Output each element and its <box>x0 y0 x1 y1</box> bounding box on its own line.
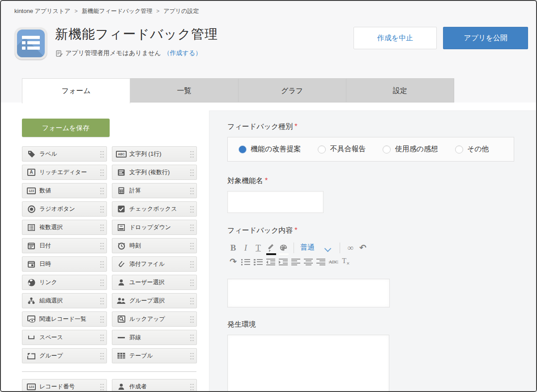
palette-item-チェックボックス[interactable]: チェックボックス <box>112 201 197 217</box>
tab-フォーム[interactable]: フォーム <box>22 78 130 103</box>
redo-icon[interactable]: ↷ <box>227 256 239 268</box>
text-single-icon: ABC <box>116 151 127 158</box>
palette-item-ラジオボタン[interactable]: ラジオボタン <box>22 201 107 217</box>
palette-item-罫線[interactable]: 罫線 <box>112 330 197 345</box>
palette-item-文字列 (複数行)[interactable]: 文字列 (複数行) <box>112 165 197 180</box>
palette-item-関連レコード一覧[interactable]: 関連レコード一覧 <box>22 311 107 327</box>
insert-link-icon[interactable]: ∞ <box>345 242 356 254</box>
drag-handle-icon[interactable] <box>190 334 195 342</box>
breadcrumb-item[interactable]: 新機能フィードバック管理 <box>81 8 152 14</box>
radio-option-その他[interactable]: その他 <box>455 145 489 154</box>
breadcrumb-item[interactable]: kintone アプリストア <box>14 8 70 14</box>
drag-handle-icon[interactable] <box>190 187 195 195</box>
strikethrough-icon[interactable]: ABC <box>328 256 339 268</box>
palette-item-スペース[interactable]: スペース <box>22 330 107 345</box>
palette-item-ラベル[interactable]: ラベル <box>22 146 107 162</box>
align-left-icon[interactable] <box>290 256 302 268</box>
radio-option-不具合報告[interactable]: 不具合報告 <box>318 145 366 154</box>
drag-handle-icon[interactable] <box>100 279 105 287</box>
related-records-icon <box>26 315 37 323</box>
drag-handle-icon[interactable] <box>100 205 105 213</box>
drag-handle-icon[interactable] <box>100 315 105 324</box>
publish-app-button[interactable]: アプリを公開 <box>443 27 528 49</box>
chevron-down-icon[interactable] <box>325 245 331 251</box>
bold-icon[interactable]: B <box>227 242 239 254</box>
palette-item-組織選択[interactable]: 組織選択 <box>22 293 107 308</box>
cancel-creation-button[interactable]: 作成を中止 <box>354 27 437 49</box>
undo-icon[interactable]: ↶ <box>357 242 369 254</box>
italic-icon[interactable]: I <box>240 242 251 254</box>
outdent-icon[interactable] <box>265 256 277 268</box>
drag-handle-icon[interactable] <box>100 242 105 250</box>
drag-handle-icon[interactable] <box>190 383 195 391</box>
drag-handle-icon[interactable] <box>100 187 105 195</box>
drag-handle-icon[interactable] <box>100 150 105 158</box>
text-color-icon[interactable] <box>265 242 277 254</box>
drag-handle-icon[interactable] <box>190 315 195 324</box>
drag-handle-icon[interactable] <box>100 260 105 268</box>
palette-item-複数選択[interactable]: 複数選択 <box>22 220 107 235</box>
drag-handle-icon[interactable] <box>100 383 105 391</box>
drag-handle-icon[interactable] <box>100 352 105 360</box>
drag-handle-icon[interactable] <box>100 334 105 342</box>
align-right-icon[interactable] <box>315 256 327 268</box>
palette-item-ユーザー選択[interactable]: ユーザー選択 <box>112 275 197 290</box>
numbered-list-icon[interactable] <box>252 256 264 268</box>
drag-handle-icon[interactable] <box>100 169 105 177</box>
bg-color-icon[interactable] <box>277 242 289 254</box>
group-icon <box>26 353 37 359</box>
palette-item-グループ選択[interactable]: グループ選択 <box>112 293 197 308</box>
drag-handle-icon[interactable] <box>100 224 105 232</box>
attachment-icon <box>116 261 127 267</box>
drag-handle-icon[interactable] <box>190 169 195 177</box>
drag-handle-icon[interactable] <box>190 279 195 287</box>
palette-item-文字列 (1行)[interactable]: ABC文字列 (1行) <box>112 146 197 162</box>
palette-item-作成者[interactable]: 作成者 <box>112 379 197 392</box>
radio-circle[interactable] <box>455 145 463 153</box>
palette-item-テーブル[interactable]: テーブル <box>112 348 197 363</box>
drag-handle-icon[interactable] <box>190 224 195 232</box>
radio-icon <box>26 205 37 213</box>
palette-item-添付ファイル[interactable]: 添付ファイル <box>112 256 197 272</box>
drag-handle-icon[interactable] <box>190 297 195 305</box>
palette-item-リッチエディター[interactable]: Aリッチエディター <box>22 165 107 180</box>
format-select[interactable]: 普通 <box>300 243 315 252</box>
radio-circle[interactable] <box>318 145 326 153</box>
feedback-content-editor[interactable] <box>227 279 390 307</box>
tab-設定[interactable]: 設定 <box>346 78 454 102</box>
palette-item-時刻[interactable]: 時刻 <box>112 238 197 253</box>
underline-icon[interactable]: T <box>252 242 264 254</box>
palette-item-ルックアップ[interactable]: ルックアップ <box>112 311 197 327</box>
palette-item-日時[interactable]: 日時 <box>22 256 107 272</box>
remove-format-icon[interactable]: T✕ <box>340 256 352 268</box>
environment-textarea[interactable] <box>227 335 389 392</box>
drag-handle-icon[interactable] <box>190 242 195 250</box>
palette-item-ドロップダウン[interactable]: ドロップダウン <box>112 220 197 235</box>
radio-circle[interactable] <box>239 145 247 153</box>
target-feature-input[interactable] <box>227 191 324 213</box>
tab-グラフ[interactable]: グラフ <box>239 78 346 102</box>
palette-item-リンク[interactable]: リンク <box>22 275 107 290</box>
palette-item-計算[interactable]: 計算 <box>112 183 197 198</box>
calc-icon <box>116 187 127 194</box>
drag-handle-icon[interactable] <box>100 297 105 305</box>
tab-一覧[interactable]: 一覧 <box>130 78 238 102</box>
drag-handle-icon[interactable] <box>190 205 195 213</box>
drag-handle-icon[interactable] <box>190 352 195 360</box>
radio-option-機能の改善提案[interactable]: 機能の改善提案 <box>239 145 301 154</box>
bullet-list-icon[interactable] <box>240 256 251 268</box>
drag-handle-icon[interactable] <box>190 150 195 158</box>
palette-item-レコード番号[interactable]: 123レコード番号 <box>22 379 107 392</box>
palette-item-label: 日付 <box>39 242 51 250</box>
palette-item-日付[interactable]: 日付 <box>22 238 107 253</box>
palette-item-数値[interactable]: 123数値 <box>22 183 107 198</box>
drag-handle-icon[interactable] <box>190 260 195 268</box>
indent-icon[interactable] <box>277 256 289 268</box>
radio-option-使用感の感想[interactable]: 使用感の感想 <box>383 145 438 154</box>
align-center-icon[interactable] <box>303 256 314 268</box>
tab-bar: フォーム一覧グラフ設定 <box>22 78 454 102</box>
create-memo-link[interactable]: （作成する） <box>164 49 202 57</box>
palette-item-グループ[interactable]: グループ <box>22 348 107 363</box>
save-form-button[interactable]: フォームを保存 <box>22 119 110 137</box>
radio-circle[interactable] <box>383 145 391 153</box>
